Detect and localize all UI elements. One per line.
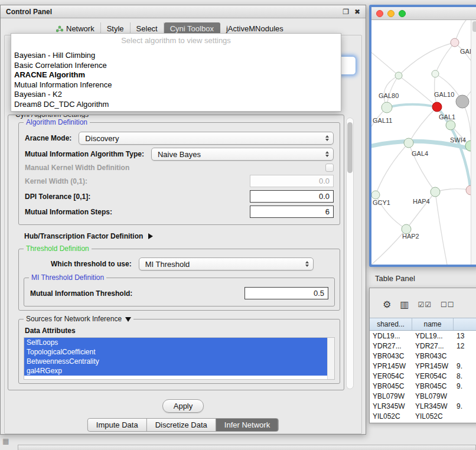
network-view-titlebar[interactable] (371, 7, 476, 20)
network-scrollbar-track[interactable] (471, 20, 476, 265)
algorithm-definition-group: Algorithm Definition Aracne Mode: Discov… (18, 122, 340, 225)
tab-label: Style (107, 24, 124, 33)
network-edge[interactable] (435, 192, 447, 265)
algorithm-option[interactable]: Bayesian - K2 (11, 90, 341, 100)
list-scrollbar-track[interactable] (327, 338, 334, 379)
table-cell: YLR345W (370, 402, 412, 410)
control-panel-window: Control Panel ❐ ✖ NetworkStyleSelectCyni… (0, 5, 366, 435)
close-traffic-light[interactable] (376, 10, 383, 17)
network-edge[interactable] (409, 107, 437, 143)
desktop: Control Panel ❐ ✖ NetworkStyleSelectCyni… (0, 0, 476, 450)
network-node[interactable] (432, 70, 439, 77)
which-threshold-label: Which threshold to use: (51, 260, 132, 268)
tab-label: jActiveMNodules (226, 24, 283, 33)
aracne-mode-combobox[interactable]: Discovery (79, 132, 334, 145)
settings-scrollbar-thumb[interactable] (347, 122, 353, 173)
network-edge[interactable] (376, 143, 409, 195)
table-cell: YPR145W (412, 362, 454, 370)
deselect-all-checkboxes-icon[interactable]: ☐☐ (441, 300, 455, 309)
gear-icon[interactable]: ⚙ (383, 300, 391, 309)
table-row[interactable]: YPR145WYPR145W9. (370, 361, 476, 371)
dpi-tolerance-field[interactable]: 0.0 (250, 190, 334, 203)
network-edge[interactable] (371, 229, 406, 265)
manual-kernel-width-label: Manual Kernel Width Definition (25, 164, 129, 172)
hub-definition-expander[interactable]: Hub/Transcription Factor Definition (24, 232, 340, 240)
bottom-tab-infer-network[interactable]: Infer Network (216, 419, 278, 431)
sources-group-title[interactable]: Sources for Network Inference (24, 315, 133, 324)
network-edge[interactable] (371, 53, 399, 76)
network-node-label: GAL80 (379, 92, 399, 99)
control-panel-titlebar[interactable]: Control Panel ❐ ✖ (1, 5, 366, 18)
tab-label: Network (66, 24, 94, 33)
table-row[interactable]: YBL079WYBL079W (370, 391, 476, 401)
table-row[interactable]: YBR043CYBR043C (370, 351, 476, 361)
apply-button[interactable]: Apply (162, 399, 204, 413)
network-node[interactable] (456, 95, 469, 108)
which-threshold-value: MI Threshold (145, 260, 190, 269)
network-edge[interactable] (399, 76, 437, 107)
data-attribute-item[interactable]: SelfLoops (24, 338, 327, 347)
network-node[interactable] (451, 38, 459, 47)
kernel-width-field[interactable]: 0.0 (250, 175, 334, 187)
manual-kernel-width-checkbox[interactable] (325, 164, 334, 172)
network-edge[interactable] (387, 105, 437, 107)
column-header-extra[interactable] (454, 318, 476, 330)
network-edge[interactable] (399, 43, 455, 76)
algorithm-option[interactable]: Dream8 DC_TDC Algorithm (11, 100, 341, 110)
algorithm-option[interactable]: Basic Correlation Inference (11, 61, 341, 71)
network-edge[interactable] (435, 43, 455, 74)
bottom-panel-edge (18, 445, 476, 450)
network-node[interactable] (371, 191, 380, 199)
table-row[interactable]: YDR27...YDR27...12 (370, 341, 476, 351)
network-scrollbar-thumb[interactable] (472, 21, 476, 32)
network-view-window: GALGAL80GAL10GAL11GAL1SWI4GAL4GCY1HAP4YH… (369, 5, 476, 267)
restore-icon[interactable]: ❐ (343, 8, 349, 16)
column-header-name[interactable]: name (412, 318, 454, 330)
table-row[interactable]: YIL052CYIL052C (370, 411, 476, 421)
algorithm-option[interactable]: Bayesian - Hill Climbing (11, 51, 341, 61)
data-attribute-item[interactable]: TopologicalCoefficient (24, 347, 327, 357)
zoom-traffic-light[interactable] (399, 10, 406, 17)
algorithm-option[interactable]: Mutual Information Inference (11, 80, 341, 90)
threshold-definition-group: Threshold Definition Which threshold to … (18, 249, 340, 311)
table-cell: YPR145W (370, 362, 412, 370)
data-attribute-item[interactable]: gal4RGexp (24, 366, 327, 376)
mi-algorithm-type-combobox[interactable]: Naive Bayes (151, 148, 334, 161)
table-row[interactable]: YLR345WYLR345W9. (370, 401, 476, 411)
network-node[interactable] (446, 120, 455, 130)
network-node[interactable] (432, 102, 442, 112)
network-canvas[interactable]: GALGAL80GAL10GAL11GAL1SWI4GAL4GCY1HAP4YH… (371, 20, 476, 265)
table-row[interactable]: YER054CYER054C8. (370, 371, 476, 381)
close-icon[interactable]: ✖ (354, 8, 360, 16)
bottom-tab-impute-data[interactable]: Impute Data (88, 419, 147, 431)
minimize-traffic-light[interactable] (387, 10, 395, 17)
table-row[interactable]: YBR045CYBR045C9. (370, 381, 476, 391)
table-cell: YBL079W (412, 392, 454, 400)
network-node[interactable] (382, 102, 392, 113)
network-node[interactable] (431, 187, 440, 197)
combo-arrows-icon (321, 151, 329, 157)
network-node-label: HAP2 (402, 233, 419, 240)
tab-label: Select (136, 24, 158, 33)
settings-scrollbar-track[interactable] (346, 118, 354, 389)
column-header-shared[interactable]: shared... (370, 318, 412, 330)
columns-icon[interactable]: ▥ (400, 300, 409, 309)
mi-threshold-field[interactable]: 0.5 (244, 287, 328, 299)
table-cell: YDL19... (412, 332, 454, 340)
mi-algorithm-type-label: Mutual Information Algorithm Type: (25, 150, 144, 158)
network-node[interactable] (395, 72, 402, 79)
bottom-tab-discretize-data[interactable]: Discretize Data (147, 419, 216, 431)
collapsed-panel-icon[interactable]: ▦ (2, 437, 9, 445)
table-row[interactable]: YDL19...YDL19...13 (370, 331, 476, 341)
table-cell: YER054C (412, 372, 454, 380)
algorithm-option[interactable]: ARACNE Algorithm (11, 70, 341, 80)
table-cell: YLR345W (412, 402, 454, 410)
kernel-width-label: Kernel Width (0,1): (25, 177, 87, 185)
data-attribute-item[interactable]: BetweennessCentrality (24, 357, 327, 366)
table-cell: 8. (454, 372, 476, 380)
mi-steps-field[interactable]: 6 (250, 206, 334, 218)
network-node[interactable] (404, 138, 413, 148)
network-edge[interactable] (435, 189, 471, 192)
which-threshold-combobox[interactable]: MI Threshold (139, 257, 314, 270)
select-all-checkboxes-icon[interactable]: ☑☑ (418, 300, 432, 309)
